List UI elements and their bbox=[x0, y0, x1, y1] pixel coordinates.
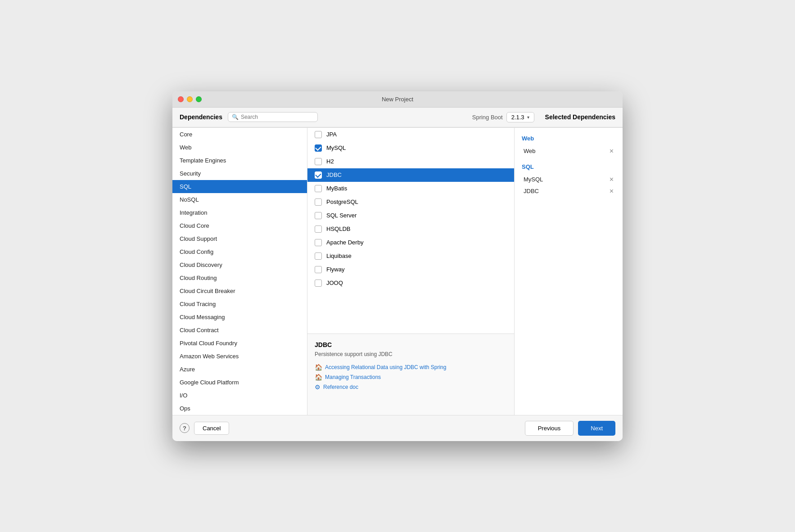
checkbox-mysql[interactable] bbox=[315, 144, 322, 152]
sel-dep-jdbc-label: JDBC bbox=[524, 188, 539, 194]
sidebar-item-nosql[interactable]: NoSQL bbox=[172, 193, 307, 206]
sidebar-item-ops[interactable]: Ops bbox=[172, 402, 307, 415]
sidebar-item-core[interactable]: Core bbox=[172, 128, 307, 141]
dep-item-postgresql[interactable]: PostgreSQL bbox=[307, 195, 514, 209]
sel-dep-mysql-remove[interactable]: × bbox=[610, 176, 614, 183]
sel-dep-mysql-label: MySQL bbox=[524, 176, 543, 183]
sidebar-item-io[interactable]: I/O bbox=[172, 389, 307, 402]
selected-deps-label: Selected Dependencies bbox=[545, 113, 615, 121]
footer: ? Cancel Previous Next bbox=[172, 415, 623, 441]
dep-label-flyway: Flyway bbox=[326, 266, 344, 273]
checkbox-jpa[interactable] bbox=[315, 131, 322, 138]
maximize-button[interactable] bbox=[196, 96, 202, 102]
dep-label-jdbc: JDBC bbox=[326, 171, 342, 178]
main-window: New Project Dependencies 🔍 Spring Boot 2… bbox=[172, 91, 623, 441]
traffic-lights bbox=[178, 96, 202, 102]
link-icon-1: 🏠 bbox=[315, 364, 322, 371]
dep-link-2[interactable]: 🏠 Managing Transactions bbox=[315, 374, 507, 381]
selected-deps-panel: Web Web × SQL MySQL × JDBC × bbox=[515, 128, 623, 415]
sidebar-item-cloud-core[interactable]: Cloud Core bbox=[172, 219, 307, 232]
sel-dep-jdbc-remove[interactable]: × bbox=[610, 188, 614, 195]
dep-info-title: JDBC bbox=[315, 341, 507, 348]
sidebar-item-cloud-contract[interactable]: Cloud Contract bbox=[172, 324, 307, 337]
dep-item-liquibase[interactable]: Liquibase bbox=[307, 249, 514, 263]
dep-info-description: Persistence support using JDBC bbox=[315, 351, 507, 357]
dep-label-liquibase: Liquibase bbox=[326, 252, 352, 259]
dep-label-h2: H2 bbox=[326, 158, 334, 165]
checkbox-flyway[interactable] bbox=[315, 266, 322, 273]
sidebar-item-cloud-messaging[interactable]: Cloud Messaging bbox=[172, 311, 307, 324]
checkbox-apache-derby[interactable] bbox=[315, 239, 322, 246]
sel-dep-web: Web × bbox=[522, 145, 615, 157]
checkbox-jdbc[interactable] bbox=[315, 171, 322, 179]
sel-dep-web-remove[interactable]: × bbox=[610, 148, 614, 155]
sidebar-item-sql[interactable]: SQL bbox=[172, 180, 307, 193]
dep-item-jpa[interactable]: JPA bbox=[307, 128, 514, 141]
checkbox-postgresql[interactable] bbox=[315, 198, 322, 206]
checkbox-jooq[interactable] bbox=[315, 280, 322, 287]
help-button[interactable]: ? bbox=[180, 423, 190, 433]
dep-label-postgresql: PostgreSQL bbox=[326, 198, 358, 205]
dep-link-3[interactable]: ⚙ Reference doc bbox=[315, 383, 507, 391]
search-input[interactable] bbox=[241, 114, 314, 120]
link-icon-2: 🏠 bbox=[315, 374, 322, 381]
sidebar-item-cloud-tracing[interactable]: Cloud Tracing bbox=[172, 298, 307, 311]
sidebar-item-azure[interactable]: Azure bbox=[172, 363, 307, 376]
dep-item-jdbc[interactable]: JDBC bbox=[307, 168, 514, 182]
dep-item-hsqldb[interactable]: HSQLDB bbox=[307, 222, 514, 236]
sidebar-item-cloud-discovery[interactable]: Cloud Discovery bbox=[172, 258, 307, 271]
footer-right: Previous Next bbox=[525, 421, 615, 436]
sidebar-item-template-engines[interactable]: Template Engines bbox=[172, 154, 307, 167]
dep-item-mysql[interactable]: MySQL bbox=[307, 141, 514, 155]
checkbox-sql-server[interactable] bbox=[315, 212, 322, 219]
dep-item-jooq[interactable]: JOOQ bbox=[307, 276, 514, 290]
link-icon-3: ⚙ bbox=[315, 383, 321, 391]
checkbox-h2[interactable] bbox=[315, 158, 322, 165]
cancel-button[interactable]: Cancel bbox=[194, 422, 229, 435]
sel-dep-jdbc: JDBC × bbox=[522, 185, 615, 197]
dep-item-apache-derby[interactable]: Apache Derby bbox=[307, 236, 514, 249]
dependencies-panel: JPA MySQL H2 JDBC MyBatis bbox=[307, 128, 515, 415]
dep-info-panel: JDBC Persistence support using JDBC 🏠 Ac… bbox=[307, 334, 514, 415]
chevron-down-icon: ▾ bbox=[527, 115, 529, 120]
dep-label-mybatis: MyBatis bbox=[326, 185, 347, 192]
main-area: Core Web Template Engines Security SQL N… bbox=[172, 127, 623, 415]
sidebar-item-cloud-routing[interactable]: Cloud Routing bbox=[172, 271, 307, 284]
spring-boot-label: Spring Boot bbox=[472, 114, 503, 121]
minimize-button[interactable] bbox=[187, 96, 193, 102]
spring-boot-version-value: 2.1.3 bbox=[511, 114, 524, 121]
close-button[interactable] bbox=[178, 96, 184, 102]
dep-label-mysql: MySQL bbox=[326, 144, 346, 151]
spring-boot-version-dropdown[interactable]: 2.1.3 ▾ bbox=[506, 112, 534, 122]
dep-label-sql-server: SQL Server bbox=[326, 212, 357, 219]
dep-link-label-3: Reference doc bbox=[323, 384, 358, 390]
sidebar-item-security[interactable]: Security bbox=[172, 167, 307, 180]
checkbox-hsqldb[interactable] bbox=[315, 225, 322, 233]
dep-item-h2[interactable]: H2 bbox=[307, 155, 514, 168]
search-icon: 🔍 bbox=[232, 114, 239, 120]
spring-boot-section: Spring Boot 2.1.3 ▾ bbox=[472, 112, 534, 122]
sidebar-item-cloud-config[interactable]: Cloud Config bbox=[172, 245, 307, 258]
sidebar-item-cloud-circuit-breaker[interactable]: Cloud Circuit Breaker bbox=[172, 284, 307, 298]
sidebar-item-web[interactable]: Web bbox=[172, 141, 307, 154]
dep-label-hsqldb: HSQLDB bbox=[326, 225, 350, 232]
search-box[interactable]: 🔍 bbox=[228, 112, 318, 122]
sidebar-item-pivotal-cloud-foundry[interactable]: Pivotal Cloud Foundry bbox=[172, 337, 307, 350]
dep-link-1[interactable]: 🏠 Accessing Relational Data using JDBC w… bbox=[315, 364, 507, 371]
checkbox-mybatis[interactable] bbox=[315, 185, 322, 192]
sidebar-item-integration[interactable]: Integration bbox=[172, 206, 307, 219]
sidebar-item-google-cloud-platform[interactable]: Google Cloud Platform bbox=[172, 376, 307, 389]
sel-dep-web-label: Web bbox=[524, 148, 536, 154]
sidebar-item-amazon-web-services[interactable]: Amazon Web Services bbox=[172, 350, 307, 363]
dep-item-mybatis[interactable]: MyBatis bbox=[307, 182, 514, 195]
sel-category-sql-title: SQL bbox=[522, 163, 615, 170]
dep-item-flyway[interactable]: Flyway bbox=[307, 263, 514, 276]
dep-label-jooq: JOOQ bbox=[326, 280, 343, 286]
next-button[interactable]: Next bbox=[578, 421, 615, 436]
sidebar-item-cloud-support[interactable]: Cloud Support bbox=[172, 232, 307, 245]
previous-button[interactable]: Previous bbox=[525, 421, 574, 436]
checkbox-liquibase[interactable] bbox=[315, 252, 322, 260]
dep-item-sql-server[interactable]: SQL Server bbox=[307, 209, 514, 222]
dep-link-label-2: Managing Transactions bbox=[325, 374, 381, 380]
sel-category-web-title: Web bbox=[522, 135, 615, 142]
